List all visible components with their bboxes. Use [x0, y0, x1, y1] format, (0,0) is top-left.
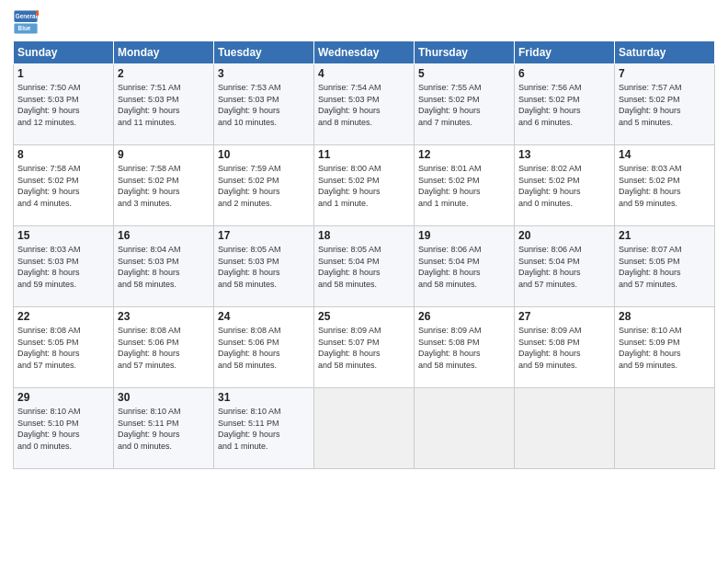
calendar-cell: 4Sunrise: 7:54 AM Sunset: 5:03 PM Daylig…	[314, 64, 415, 145]
weekday-header-friday: Friday	[515, 41, 615, 64]
svg-marker-4	[36, 10, 39, 16]
day-info: Sunrise: 7:50 AM Sunset: 5:03 PM Dayligh…	[17, 82, 109, 128]
calendar-cell: 12Sunrise: 8:01 AM Sunset: 5:02 PM Dayli…	[415, 145, 515, 226]
day-info: Sunrise: 8:00 AM Sunset: 5:02 PM Dayligh…	[318, 163, 410, 209]
day-info: Sunrise: 8:03 AM Sunset: 5:02 PM Dayligh…	[619, 163, 711, 209]
day-info: Sunrise: 8:06 AM Sunset: 5:04 PM Dayligh…	[418, 244, 510, 290]
day-number: 21	[619, 229, 711, 242]
day-number: 7	[619, 67, 711, 80]
day-number: 11	[318, 148, 410, 161]
calendar-cell: 13Sunrise: 8:02 AM Sunset: 5:02 PM Dayli…	[515, 145, 615, 226]
calendar-cell: 19Sunrise: 8:06 AM Sunset: 5:04 PM Dayli…	[415, 226, 515, 307]
weekday-header-thursday: Thursday	[415, 41, 515, 64]
day-info: Sunrise: 8:08 AM Sunset: 5:06 PM Dayligh…	[118, 325, 210, 371]
svg-text:Blue: Blue	[18, 25, 31, 31]
calendar-cell: 30Sunrise: 8:10 AM Sunset: 5:11 PM Dayli…	[114, 388, 214, 469]
day-info: Sunrise: 8:07 AM Sunset: 5:05 PM Dayligh…	[619, 244, 711, 290]
calendar-cell: 27Sunrise: 8:09 AM Sunset: 5:08 PM Dayli…	[515, 307, 615, 388]
day-number: 6	[518, 67, 610, 80]
day-number: 24	[218, 310, 310, 323]
calendar-cell	[314, 388, 415, 469]
day-info: Sunrise: 8:10 AM Sunset: 5:09 PM Dayligh…	[619, 325, 711, 371]
day-info: Sunrise: 8:09 AM Sunset: 5:08 PM Dayligh…	[518, 325, 610, 371]
calendar-cell: 3Sunrise: 7:53 AM Sunset: 5:03 PM Daylig…	[214, 64, 314, 145]
calendar-cell: 9Sunrise: 7:58 AM Sunset: 5:02 PM Daylig…	[114, 145, 214, 226]
day-info: Sunrise: 8:08 AM Sunset: 5:06 PM Dayligh…	[218, 325, 310, 371]
day-info: Sunrise: 8:08 AM Sunset: 5:05 PM Dayligh…	[17, 325, 109, 371]
calendar-cell	[615, 388, 715, 469]
calendar-header-row: SundayMondayTuesdayWednesdayThursdayFrid…	[14, 41, 715, 64]
day-number: 1	[17, 67, 109, 80]
weekday-header-saturday: Saturday	[615, 41, 715, 64]
header: General Blue	[13, 9, 715, 35]
day-number: 16	[118, 229, 210, 242]
day-info: Sunrise: 8:01 AM Sunset: 5:02 PM Dayligh…	[418, 163, 510, 209]
calendar-cell: 2Sunrise: 7:51 AM Sunset: 5:03 PM Daylig…	[114, 64, 214, 145]
day-info: Sunrise: 7:56 AM Sunset: 5:02 PM Dayligh…	[518, 82, 610, 128]
day-number: 23	[118, 310, 210, 323]
calendar-week-1: 1Sunrise: 7:50 AM Sunset: 5:03 PM Daylig…	[14, 64, 715, 145]
day-number: 20	[518, 229, 610, 242]
calendar-cell: 11Sunrise: 8:00 AM Sunset: 5:02 PM Dayli…	[314, 145, 415, 226]
calendar-table: SundayMondayTuesdayWednesdayThursdayFrid…	[13, 40, 715, 469]
calendar-cell: 16Sunrise: 8:04 AM Sunset: 5:03 PM Dayli…	[114, 226, 214, 307]
day-number: 17	[218, 229, 310, 242]
day-info: Sunrise: 7:57 AM Sunset: 5:02 PM Dayligh…	[619, 82, 711, 128]
day-info: Sunrise: 7:54 AM Sunset: 5:03 PM Dayligh…	[318, 82, 410, 128]
day-info: Sunrise: 7:58 AM Sunset: 5:02 PM Dayligh…	[118, 163, 210, 209]
day-number: 28	[619, 310, 711, 323]
calendar-cell: 10Sunrise: 7:59 AM Sunset: 5:02 PM Dayli…	[214, 145, 314, 226]
day-number: 3	[218, 67, 310, 80]
day-number: 19	[418, 229, 510, 242]
calendar-week-4: 22Sunrise: 8:08 AM Sunset: 5:05 PM Dayli…	[14, 307, 715, 388]
calendar-cell: 26Sunrise: 8:09 AM Sunset: 5:08 PM Dayli…	[415, 307, 515, 388]
day-info: Sunrise: 8:10 AM Sunset: 5:11 PM Dayligh…	[218, 406, 310, 452]
day-info: Sunrise: 8:10 AM Sunset: 5:11 PM Dayligh…	[118, 406, 210, 452]
day-info: Sunrise: 8:04 AM Sunset: 5:03 PM Dayligh…	[118, 244, 210, 290]
day-number: 27	[518, 310, 610, 323]
day-number: 4	[318, 67, 410, 80]
day-info: Sunrise: 8:02 AM Sunset: 5:02 PM Dayligh…	[518, 163, 610, 209]
day-info: Sunrise: 7:58 AM Sunset: 5:02 PM Dayligh…	[17, 163, 109, 209]
day-info: Sunrise: 7:59 AM Sunset: 5:02 PM Dayligh…	[218, 163, 310, 209]
day-number: 29	[17, 391, 109, 404]
weekday-header-monday: Monday	[114, 41, 214, 64]
calendar-week-2: 8Sunrise: 7:58 AM Sunset: 5:02 PM Daylig…	[14, 145, 715, 226]
day-info: Sunrise: 7:55 AM Sunset: 5:02 PM Dayligh…	[418, 82, 510, 128]
day-info: Sunrise: 8:06 AM Sunset: 5:04 PM Dayligh…	[518, 244, 610, 290]
day-info: Sunrise: 8:10 AM Sunset: 5:10 PM Dayligh…	[17, 406, 109, 452]
day-number: 22	[17, 310, 109, 323]
calendar-cell: 29Sunrise: 8:10 AM Sunset: 5:10 PM Dayli…	[14, 388, 114, 469]
day-number: 18	[318, 229, 410, 242]
day-number: 10	[218, 148, 310, 161]
calendar-cell: 24Sunrise: 8:08 AM Sunset: 5:06 PM Dayli…	[214, 307, 314, 388]
day-info: Sunrise: 7:53 AM Sunset: 5:03 PM Dayligh…	[218, 82, 310, 128]
calendar-cell	[515, 388, 615, 469]
day-number: 26	[418, 310, 510, 323]
day-number: 30	[118, 391, 210, 404]
day-number: 5	[418, 67, 510, 80]
day-info: Sunrise: 8:05 AM Sunset: 5:03 PM Dayligh…	[218, 244, 310, 290]
calendar-cell: 25Sunrise: 8:09 AM Sunset: 5:07 PM Dayli…	[314, 307, 415, 388]
logo: General Blue	[13, 9, 40, 35]
day-info: Sunrise: 8:03 AM Sunset: 5:03 PM Dayligh…	[17, 244, 109, 290]
calendar-cell: 15Sunrise: 8:03 AM Sunset: 5:03 PM Dayli…	[14, 226, 114, 307]
calendar-cell: 21Sunrise: 8:07 AM Sunset: 5:05 PM Dayli…	[615, 226, 715, 307]
calendar-week-3: 15Sunrise: 8:03 AM Sunset: 5:03 PM Dayli…	[14, 226, 715, 307]
day-number: 9	[118, 148, 210, 161]
calendar-week-5: 29Sunrise: 8:10 AM Sunset: 5:10 PM Dayli…	[14, 388, 715, 469]
calendar-cell: 7Sunrise: 7:57 AM Sunset: 5:02 PM Daylig…	[615, 64, 715, 145]
day-number: 15	[17, 229, 109, 242]
day-info: Sunrise: 8:09 AM Sunset: 5:08 PM Dayligh…	[418, 325, 510, 371]
day-number: 12	[418, 148, 510, 161]
day-number: 31	[218, 391, 310, 404]
calendar-cell: 20Sunrise: 8:06 AM Sunset: 5:04 PM Dayli…	[515, 226, 615, 307]
calendar-cell: 14Sunrise: 8:03 AM Sunset: 5:02 PM Dayli…	[615, 145, 715, 226]
day-number: 14	[619, 148, 711, 161]
calendar-cell: 6Sunrise: 7:56 AM Sunset: 5:02 PM Daylig…	[515, 64, 615, 145]
logo-icon: General Blue	[13, 9, 39, 35]
calendar-cell: 22Sunrise: 8:08 AM Sunset: 5:05 PM Dayli…	[14, 307, 114, 388]
day-info: Sunrise: 7:51 AM Sunset: 5:03 PM Dayligh…	[118, 82, 210, 128]
day-info: Sunrise: 8:09 AM Sunset: 5:07 PM Dayligh…	[318, 325, 410, 371]
calendar-cell: 8Sunrise: 7:58 AM Sunset: 5:02 PM Daylig…	[14, 145, 114, 226]
